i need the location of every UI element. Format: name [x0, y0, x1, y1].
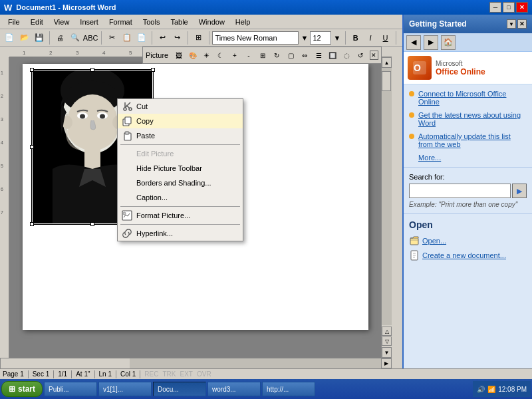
pt-line-btn[interactable]: ▢: [285, 49, 297, 62]
context-menu-borders[interactable]: Borders and Shading...: [118, 176, 243, 190]
spell-btn[interactable]: ABC: [83, 31, 98, 45]
scroll-extra-up[interactable]: △: [382, 327, 392, 336]
pt-set-transparent-btn[interactable]: ◌: [340, 49, 353, 62]
copy-tb-btn[interactable]: 📋: [120, 31, 133, 45]
format-picture-icon: [120, 209, 134, 222]
gs-link-0[interactable]: Connect to Microsoft Office Online: [409, 90, 527, 106]
gs-open-file-text: Open...: [422, 237, 446, 245]
office-icon: O: [408, 56, 432, 80]
context-menu-copy[interactable]: Copy: [118, 114, 243, 128]
italic-btn[interactable]: I: [364, 31, 377, 45]
hscroll-right-btn[interactable]: ▶: [381, 358, 392, 368]
start-label: start: [18, 384, 35, 394]
table-btn[interactable]: ⊞: [192, 31, 205, 45]
menu-format[interactable]: Format: [104, 17, 138, 27]
preview-btn[interactable]: 🔍: [68, 31, 82, 45]
redo-btn[interactable]: ↪: [171, 31, 184, 45]
svg-rect-19: [410, 238, 418, 245]
context-menu-paste[interactable]: Paste: [118, 128, 243, 143]
cut-tb-btn[interactable]: ✂: [105, 31, 118, 45]
menu-help[interactable]: Help: [230, 17, 256, 27]
scroll-down-btn[interactable]: ▼: [382, 347, 392, 358]
context-menu-hyperlink[interactable]: Hyperlink...: [118, 226, 243, 241]
menu-edit[interactable]: Edit: [25, 17, 49, 27]
gs-link-text-1: Get the latest news about using Word: [418, 111, 527, 127]
context-menu-cut[interactable]: Cut: [118, 99, 243, 114]
menu-insert[interactable]: Insert: [74, 17, 104, 27]
taskbar-app-2[interactable]: Docu...: [153, 382, 206, 396]
status-ext: EXT: [180, 370, 192, 378]
pt-compress-btn[interactable]: ⇔: [299, 49, 311, 62]
font-name-dropdown[interactable]: ▼: [300, 31, 309, 45]
underline-btn[interactable]: U: [378, 31, 392, 45]
context-menu-caption[interactable]: Caption...: [118, 190, 243, 205]
pt-less-bright-btn[interactable]: -: [242, 49, 255, 62]
print-btn[interactable]: 🖨: [53, 31, 66, 45]
gs-forward-btn[interactable]: ▶: [424, 35, 438, 50]
taskbar-app-0[interactable]: Publi...: [44, 382, 97, 396]
pt-text-wrap-btn[interactable]: ☰: [313, 49, 325, 62]
undo-btn[interactable]: ↩: [156, 31, 169, 45]
taskbar-app-4[interactable]: http://...: [262, 382, 315, 396]
office-online-logo: O Microsoft Office Online: [404, 52, 532, 84]
gs-open-section: Open Open... Create a new document...: [404, 213, 532, 266]
open-btn[interactable]: 📂: [17, 31, 31, 45]
maximize-button[interactable]: □: [503, 2, 515, 13]
gs-search-btn[interactable]: ▶: [512, 184, 527, 198]
taskbar-app-3[interactable]: word3...: [207, 382, 261, 396]
close-button[interactable]: ✕: [516, 2, 528, 13]
gs-link-text-0: Connect to Microsoft Office Online: [418, 90, 527, 106]
scroll-track: [382, 68, 392, 325]
svg-rect-12: [125, 117, 131, 124]
pt-more-bright-btn[interactable]: +: [228, 49, 241, 62]
gs-new-doc-link[interactable]: Create a new document...: [409, 250, 527, 261]
gs-collapse-btn[interactable]: ▼: [507, 19, 516, 29]
pt-rotate-btn[interactable]: ↻: [270, 49, 283, 62]
context-menu-hide-toolbar[interactable]: Hide Picture Toolbar: [118, 161, 243, 176]
gs-link-2[interactable]: Automatically update this list from the …: [409, 132, 527, 148]
copy-icon: [120, 114, 134, 128]
font-size-dropdown[interactable]: ▼: [332, 31, 341, 45]
pt-more-contrast-btn[interactable]: ☀: [200, 49, 213, 62]
pt-less-contrast-btn[interactable]: ☾: [214, 49, 227, 62]
menu-window[interactable]: Window: [194, 17, 230, 27]
app-1-label: v1[1]...: [103, 386, 123, 393]
new-btn[interactable]: 📄: [3, 31, 16, 45]
tray-icon-1: 🔊: [477, 386, 485, 393]
gs-open-file-link[interactable]: Open...: [409, 235, 527, 246]
scroll-up-btn[interactable]: ▲: [382, 57, 392, 68]
gs-search-input[interactable]: [409, 184, 511, 198]
menu-table[interactable]: Table: [165, 17, 193, 27]
menu-view[interactable]: View: [49, 17, 75, 27]
taskbar-app-1[interactable]: v1[1]...: [98, 382, 152, 396]
gs-close-btn[interactable]: ✕: [517, 19, 527, 29]
scroll-extra-down[interactable]: ▽: [382, 336, 392, 346]
scroll-thumb[interactable]: [382, 71, 391, 91]
start-button[interactable]: ⊞ start: [1, 381, 43, 397]
status-sec: Sec 1: [33, 370, 50, 378]
gs-back-btn[interactable]: ◀: [406, 35, 421, 50]
font-size-input[interactable]: [310, 31, 331, 45]
font-name-input[interactable]: [212, 31, 299, 45]
window-title: Document1 - Microsoft Word: [16, 3, 489, 11]
svg-rect-8: [84, 149, 100, 169]
gs-link-1[interactable]: Get the latest news about using Word: [409, 111, 527, 127]
menu-tools[interactable]: Tools: [138, 17, 166, 27]
status-col: Col 1: [120, 370, 136, 378]
bold-btn[interactable]: B: [348, 31, 362, 45]
app-4-label: http://...: [267, 386, 289, 393]
context-menu-format-picture[interactable]: Format Picture...: [118, 208, 243, 223]
picture-toolbar-close[interactable]: ✕: [370, 51, 378, 60]
pt-color-btn[interactable]: 🎨: [186, 49, 199, 62]
pt-crop-btn[interactable]: ⊞: [256, 49, 269, 62]
menu-file[interactable]: File: [3, 17, 25, 27]
paste-tb-btn[interactable]: 📄: [135, 31, 148, 45]
minimize-button[interactable]: ─: [489, 2, 501, 13]
pt-reset-btn[interactable]: ↺: [354, 49, 367, 62]
status-ovr: OVR: [197, 370, 211, 378]
gs-home-btn[interactable]: 🏠: [441, 35, 456, 50]
pt-insert-btn[interactable]: 🖼: [172, 49, 185, 62]
gs-more-link[interactable]: More...: [409, 154, 527, 162]
pt-format-btn[interactable]: 🔲: [327, 49, 339, 62]
save-btn[interactable]: 💾: [33, 31, 46, 45]
